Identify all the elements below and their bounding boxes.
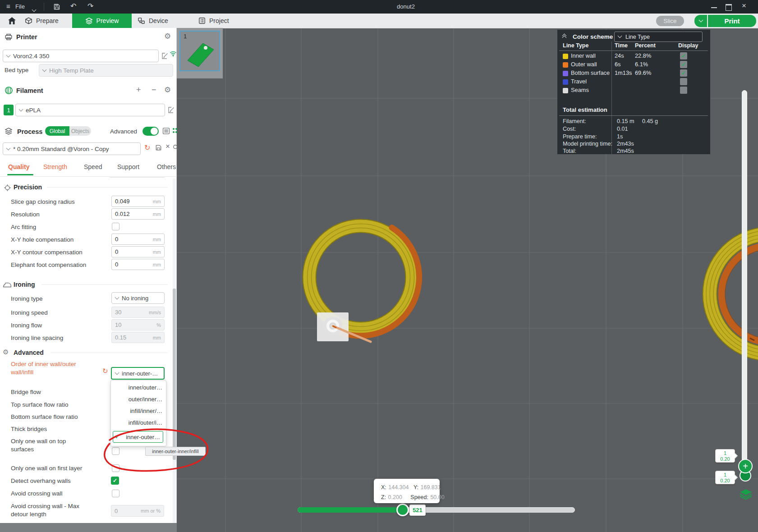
elephant-foot-input[interactable]: 0 mm (111, 259, 165, 270)
ironing-spacing-input[interactable]: 0.15 mm (111, 332, 165, 343)
file-menu-chevron-icon[interactable] (32, 8, 37, 12)
display-checkbox-unchecked[interactable] (680, 78, 687, 85)
process-objects-icon[interactable] (172, 128, 178, 134)
option-infill-outer-inner[interactable]: infill/outer/i… (111, 417, 165, 426)
redo-icon[interactable]: ↷ (87, 2, 93, 10)
slice-button[interactable]: Slice (656, 16, 684, 26)
slice-gap-input[interactable]: 0.049 mm (111, 196, 165, 207)
add-filament-icon[interactable]: + (136, 85, 141, 95)
preset-delete-icon[interactable]: × (165, 142, 170, 151)
move-slider-handle[interactable] (396, 504, 409, 516)
ironing-type-label: Ironing type (11, 295, 43, 302)
legend-percent: 69.6% (635, 69, 651, 76)
move-slider-fill (298, 507, 403, 513)
printer-preset-dropdown[interactable]: Voron2.4 350 (3, 50, 159, 62)
advanced-mode-label: Advanced (110, 128, 137, 135)
move-tooltip: X: 144.304 Y: 169.831 Z: 0.200 Speed: 50… (374, 479, 440, 503)
view-mode-dropdown[interactable]: Line Type (614, 32, 703, 42)
tab-device[interactable]: Device (138, 14, 184, 28)
one-wall-top-checkbox[interactable] (112, 447, 119, 455)
legend-time: 1m13s (615, 69, 632, 76)
detect-overhang-checkbox[interactable]: ✓ (111, 477, 119, 485)
layer-slider-upper-handle[interactable]: + (738, 459, 753, 473)
tab-preview-label: Preview (96, 17, 119, 24)
scope-objects-button[interactable]: Objects (69, 126, 91, 136)
remove-filament-icon[interactable]: − (152, 85, 156, 95)
value: 0 (115, 248, 118, 255)
process-preset-dropdown[interactable]: * 0.20mm Standard @Voron - Copy (3, 142, 141, 155)
option-outer-inner-infill[interactable]: outer/inner… (111, 394, 165, 403)
file-menu[interactable]: File (15, 3, 25, 10)
unit: mm (153, 211, 161, 217)
scope-global-button[interactable]: Global (45, 126, 69, 136)
tab-others[interactable]: Others (157, 163, 176, 170)
save-icon[interactable] (53, 3, 60, 10)
collapse-panel-button[interactable] (563, 33, 566, 38)
avoid-crossing-checkbox[interactable] (112, 490, 119, 497)
home-button[interactable] (3, 14, 21, 28)
layer-slider-track[interactable] (742, 90, 747, 471)
check-icon: ✓ (115, 434, 119, 440)
display-checkbox-checked[interactable]: ✓ (680, 52, 687, 60)
advanced-mode-toggle[interactable] (142, 127, 159, 136)
panel-scrollbar-thumb[interactable] (173, 289, 176, 460)
printer-settings-gear-icon[interactable]: ⚙ (164, 32, 171, 41)
resolution-input[interactable]: 0.012 mm (111, 208, 165, 220)
ironing-flow-input[interactable]: 10 % (111, 319, 165, 330)
bed-type-dropdown[interactable]: High Temp Plate (39, 64, 173, 77)
model-time-value: 2m43s (617, 141, 634, 147)
xy-hole-input[interactable]: 0 mm (111, 234, 165, 245)
option-infill-inner-outer[interactable]: infill/inner/… (111, 405, 165, 414)
arc-fitting-checkbox[interactable] (112, 223, 119, 230)
max-detour-input[interactable]: 0 mm or % (111, 505, 164, 517)
option-inner-outer-inner-selected[interactable]: ✓ inner-outer… (113, 431, 163, 443)
display-checkbox-unchecked[interactable] (680, 87, 687, 94)
display-checkbox-checked[interactable]: ✓ (680, 69, 687, 77)
tab-support[interactable]: Support (117, 163, 139, 170)
tab-preview[interactable]: Preview (72, 14, 132, 28)
maximize-icon[interactable] (726, 4, 732, 11)
filament-edit-icon[interactable] (168, 106, 175, 114)
option-inner-outer-infill[interactable]: inner/outer… (111, 382, 165, 391)
tab-strength[interactable]: Strength (43, 163, 67, 170)
display-checkbox-checked[interactable]: ✓ (680, 61, 687, 68)
order-reset-icon[interactable]: ↻ (102, 367, 108, 375)
ironing-speed-input[interactable]: 30 mm/s (111, 307, 165, 318)
preset-search-icon[interactable] (173, 144, 179, 151)
x-label: X: (381, 484, 386, 491)
slice-gap-label: Slice gap closing radius (11, 198, 75, 205)
tab-speed[interactable]: Speed (84, 163, 102, 170)
tab-project[interactable]: Project (198, 14, 241, 28)
process-list-icon[interactable] (162, 127, 170, 135)
plate-thumbnail[interactable]: 1 (179, 31, 220, 71)
undo-icon[interactable]: ↶ (70, 2, 76, 10)
order-wall-dropdown[interactable]: inner-outer-… (111, 367, 165, 380)
wifi-icon[interactable] (170, 50, 177, 57)
option-tooltip-text: inner-outer-inner/infill (152, 449, 198, 454)
minimize-icon[interactable] (711, 7, 717, 8)
preset-reset-icon[interactable]: ↻ (144, 143, 150, 152)
tab-prepare[interactable]: Prepare (25, 14, 70, 28)
plate-thumbnail-strip: 1 (177, 28, 223, 78)
ironing-type-dropdown[interactable]: No ironing (111, 292, 165, 304)
printer-edit-icon[interactable] (161, 52, 169, 60)
settings-panel: Printer ⚙ Voron2.4 350 Bed type High Tem… (0, 28, 177, 523)
filament-preset-dropdown[interactable]: ePLA (15, 104, 165, 116)
unit: mm (153, 262, 161, 267)
max-detour-label-line2: detour length (11, 511, 46, 518)
value: 0.049 (115, 198, 130, 205)
filament-slot-badge[interactable]: 1 (4, 105, 14, 115)
print-dropdown-button[interactable] (694, 15, 707, 27)
titlebar: ≡ File ↶ ↷ donut2 × (0, 0, 758, 14)
swatch-inner-wall (563, 54, 568, 59)
chevron-down-icon (115, 370, 119, 375)
one-wall-first-checkbox[interactable] (112, 464, 119, 472)
xy-contour-input[interactable]: 0 mm (111, 246, 165, 257)
preset-save-icon[interactable] (155, 144, 162, 151)
filament-settings-gear-icon[interactable]: ⚙ (164, 85, 171, 95)
close-icon[interactable]: × (742, 1, 746, 10)
layers-view-icon[interactable] (740, 489, 752, 500)
print-button[interactable]: Print (708, 15, 756, 27)
tab-quality[interactable]: Quality (8, 163, 29, 170)
menu-burger-icon[interactable]: ≡ (6, 2, 10, 10)
